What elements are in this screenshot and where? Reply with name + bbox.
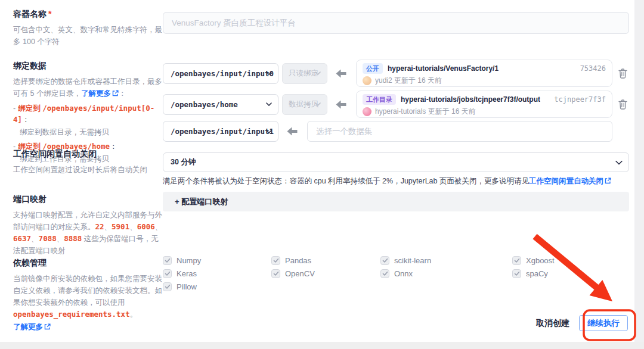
dependencies-learn-more-link[interactable]: 了解更多	[13, 323, 51, 331]
port-mapping-label: 端口映射	[13, 194, 165, 205]
chevron-down-icon	[315, 102, 321, 106]
dependency-label: Pillow	[177, 282, 197, 291]
port-mapping-label-block: 端口映射 支持端口映射配置，允许自定义内部服务与外部访问端口的对应关系。22、5…	[13, 194, 165, 257]
mount-path-select-2[interactable]: /openbayes/input/input1	[163, 121, 278, 142]
external-link-icon	[605, 177, 611, 184]
dependency-label: Onnx	[394, 269, 413, 278]
workdir-badge: 工作目录	[363, 94, 396, 105]
dataset-title: hyperai-tutorials/jobs/tcjnpeer7f3f/outp…	[401, 95, 540, 104]
auto-shutdown-label-block: 工作空间闲置自动关闭 工作空间闲置超过设定时长后将自动关闭	[13, 148, 165, 176]
visibility-badge: 公开	[363, 63, 383, 74]
avatar	[363, 76, 371, 85]
chevron-down-icon	[266, 102, 272, 106]
dataset-card: 公开hyperai-tutorials/VenusFactory/1753426…	[356, 60, 612, 87]
dependencies-label: 依赖管理	[13, 257, 165, 269]
continue-button[interactable]: 继续执行	[579, 315, 628, 331]
bind-data-label: 绑定数据	[13, 60, 165, 72]
arrow-left-icon	[336, 100, 346, 109]
dependency-item: spaCy	[512, 269, 629, 278]
dependency-item: Pillow	[163, 282, 271, 291]
idle-timeout-hint: 满足两个条件将被认为处于空闲状态：容器的 cpu 利用率持续低于 2%，Jupy…	[163, 176, 629, 187]
dependency-item: Numpy	[163, 256, 271, 265]
checkbox-checked-icon[interactable]	[163, 282, 172, 291]
chevron-down-icon	[266, 71, 272, 75]
dataset-card: 工作目录hyperai-tutorials/jobs/tcjnpeer7f3f/…	[356, 91, 612, 118]
idle-timeout-doc-link[interactable]: 工作空间闲置自动关闭	[529, 177, 611, 185]
idle-timeout-select[interactable]: 30 分钟	[163, 152, 629, 172]
arrow-left-icon	[336, 69, 346, 78]
dataset-title: hyperai-tutorials/VenusFactory/1	[388, 64, 499, 73]
dependency-item: Keras	[163, 269, 271, 278]
dependency-label: Pandas	[285, 256, 311, 265]
chevron-down-icon	[266, 130, 272, 133]
bind-rule-desc: 绑定到数据目录，无需拷贝	[20, 127, 165, 138]
reserved-port: 7088	[39, 234, 57, 243]
bind-data-learn-more-link[interactable]: 了解更多	[81, 89, 119, 98]
bind-rule-item: -绑定到 /openbayes/input/input[0-4]：	[13, 103, 165, 126]
dependency-label: Numpy	[177, 256, 201, 265]
footer-actions: 取消创建 继续执行	[536, 315, 628, 331]
mount-path-select-0[interactable]: /openbayes/input/input0	[163, 63, 278, 84]
chevron-down-icon	[615, 160, 623, 164]
dependency-item: Xgboost	[512, 256, 629, 265]
reserved-port: 22	[95, 222, 104, 231]
reserved-port: 8888	[64, 234, 82, 243]
dataset-meta: yudi2 更新于 16 天前	[375, 76, 442, 86]
configure-port-mapping-button[interactable]: + 配置端口映射	[163, 192, 629, 211]
container-name-input[interactable]	[163, 12, 629, 34]
dependency-label: scikit-learn	[394, 256, 431, 265]
bind-mode-select-1: 数据拷贝	[282, 94, 327, 115]
checkbox-checked-icon[interactable]	[163, 269, 172, 278]
dataset-meta: hyperai-tutorials 更新于 16 天前	[375, 107, 476, 117]
container-name-desc: 可包含中文、英文、数字和常见特殊字符，最多 100 个字符	[13, 24, 165, 48]
mount-path-select-1[interactable]: /openbayes/home	[163, 94, 278, 115]
auto-shutdown-desc: 工作空间闲置超过设定时长后将自动关闭	[13, 164, 165, 176]
required-asterisk: *	[48, 9, 51, 18]
checkbox-checked-icon[interactable]	[271, 269, 280, 278]
dependency-item: scikit-learn	[380, 256, 512, 265]
checkbox-checked-icon[interactable]	[271, 256, 280, 265]
dependency-item: Onnx	[380, 269, 512, 278]
external-link-icon	[44, 323, 51, 330]
bind-data-desc: 选择要绑定的数据仓库或容器工作目录，最多可有 5 个绑定目录，了解更多：	[13, 76, 165, 100]
dependency-item: OpenCV	[271, 269, 380, 278]
bind-mode-select-0: 只读绑定	[282, 63, 327, 84]
dependency-label: OpenCV	[285, 269, 315, 278]
auto-shutdown-label: 工作空间闲置自动关闭	[13, 148, 165, 160]
delete-binding-icon[interactable]	[618, 99, 629, 110]
dataset-code: tcjnpeer7f3f	[554, 95, 606, 104]
avatar	[363, 107, 371, 116]
reserved-port: 6006	[137, 222, 155, 231]
arrow-left-icon	[287, 127, 298, 136]
dependencies-label-block: 依赖管理 当前镜像中所安装的依赖包，如果您需要安装自定义依赖，请参考我们的依赖安…	[13, 257, 165, 333]
dependency-grid: NumpyPandasscikit-learnXgboostKerasOpenC…	[163, 256, 629, 291]
container-name-label: 容器名称*	[13, 8, 165, 20]
dataset-code: 753426	[580, 64, 606, 73]
dependencies-desc: 当前镜像中所安装的依赖包，如果您需要安装自定义依赖，请参考我们的依赖安装文档。如…	[13, 273, 165, 333]
checkbox-checked-icon[interactable]	[512, 256, 521, 265]
dependency-item: Pandas	[271, 256, 380, 265]
checkbox-checked-icon[interactable]	[380, 256, 389, 265]
delete-binding-icon[interactable]	[618, 68, 629, 79]
requirements-file-name: openbayes_requirements.txt	[13, 310, 130, 319]
dependency-label: spaCy	[526, 269, 548, 278]
dependency-label: Keras	[177, 269, 197, 278]
dataset-search-input[interactable]	[307, 121, 612, 142]
bottom-footer-strip	[0, 342, 644, 349]
checkbox-checked-icon[interactable]	[380, 269, 389, 278]
cancel-create-button[interactable]: 取消创建	[536, 318, 569, 329]
reserved-port: 5901	[112, 222, 129, 231]
port-mapping-desc: 支持端口映射配置，允许自定义内部服务与外部访问端口的对应关系。22、5901、6…	[13, 209, 165, 257]
dependency-label: Xgboost	[526, 256, 555, 265]
external-link-icon	[112, 90, 119, 96]
container-create-form: 容器名称* 可包含中文、英文、数字和常见特殊字符，最多 100 个字符 绑定数据…	[0, 0, 644, 349]
container-name-label-block: 容器名称* 可包含中文、英文、数字和常见特殊字符，最多 100 个字符	[13, 8, 165, 48]
checkbox-checked-icon[interactable]	[163, 256, 172, 265]
right-scrollbar[interactable]	[634, 0, 644, 342]
checkbox-checked-icon[interactable]	[512, 269, 521, 278]
chevron-down-icon	[315, 71, 321, 75]
reserved-port: 6637	[13, 234, 31, 243]
